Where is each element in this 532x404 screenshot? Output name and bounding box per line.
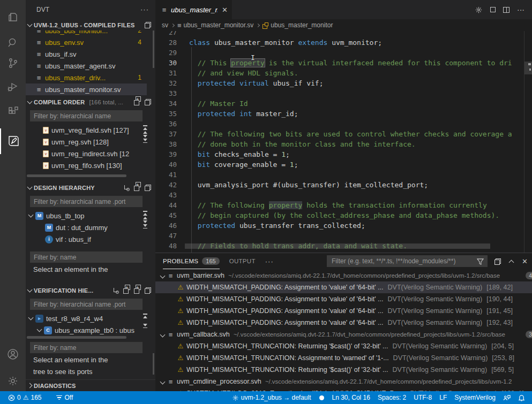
language-mode[interactable]: SystemVerilog xyxy=(451,394,499,401)
compile-order-filter-input[interactable] xyxy=(30,110,143,121)
indentation-status[interactable]: Spaces: 2 xyxy=(374,394,410,401)
breadcrumb-folder[interactable]: sv xyxy=(162,21,168,29)
collapse-all-icon[interactable] xyxy=(145,99,151,105)
problems-filter-input[interactable] xyxy=(327,255,488,267)
split-editor-icon[interactable] xyxy=(503,7,509,13)
compile-order-item[interactable]: vuvm_reg_indirect.svh [12 xyxy=(26,148,147,159)
notifications-bell-icon[interactable] xyxy=(514,394,529,401)
problem-file-row[interactable]: ≡uvm_cmdline_processor.svh~/.vscode/exte… xyxy=(155,376,532,387)
sidebar-scrollbar[interactable] xyxy=(153,353,154,375)
source-control-icon[interactable] xyxy=(0,50,26,76)
horizontal-scrollbar[interactable] xyxy=(27,174,126,177)
breadcrumb-file[interactable]: ubus_master_monitor.sv xyxy=(184,21,254,29)
file-item[interactable]: ≡ubus_env.sv4 xyxy=(26,36,147,48)
compile-order-item[interactable]: vuvm_reg_fifo.svh [130] xyxy=(26,159,147,171)
hierarchy-icon[interactable] xyxy=(113,287,119,294)
tree-scroll-buttons[interactable] xyxy=(141,211,149,228)
problem-row[interactable]: ⚠WIDTH_MISMATCH_PADDING: Assignment to '… xyxy=(155,317,532,329)
warning-icon: ⚠ xyxy=(23,394,29,401)
panel-more-icon[interactable]: ··· xyxy=(265,257,274,265)
compile-order-item[interactable]: vuvm_reg_file.svh xyxy=(26,171,147,174)
maximize-panel-icon[interactable] xyxy=(509,260,514,265)
section-compile-order[interactable]: COMPILE ORDER [166 total, ... xyxy=(26,96,155,108)
problem-row[interactable]: ⚠WIDTH_MISMATCH_TRUNCATION: Returning '$… xyxy=(155,364,532,376)
problem-row[interactable]: ⚠WIDTH_MISMATCH_PADDING: Assignment to '… xyxy=(155,293,532,305)
problem-row[interactable]: ⚠WIDTH_MISMATCH_PADDING: Assignment to '… xyxy=(155,305,532,317)
design-tree-node[interactable]: ivif : ubus_if xyxy=(26,233,147,245)
expand-all-icon[interactable] xyxy=(134,185,140,191)
tab-output[interactable]: OUTPUT xyxy=(229,253,256,269)
open-changes-icon[interactable] xyxy=(490,7,496,12)
encoding-status[interactable]: UTF-8 xyxy=(410,394,436,401)
code-editor[interactable]: 2728class ubus_master_monitor extends uv… xyxy=(155,31,532,253)
verilog-file-icon: v xyxy=(43,162,49,169)
code-line: 47 xyxy=(155,231,524,241)
problem-row[interactable]: ⚠WIDTH_MISMATCH_TRUNCATION: Assignment t… xyxy=(155,352,532,364)
file-item[interactable]: ≡ubus_bus_monitor...2 xyxy=(26,31,147,36)
design-tree-node[interactable]: Mubus_tb_top xyxy=(26,210,147,222)
file-item[interactable]: ≡ubus_master_monitor.sv xyxy=(26,83,147,95)
close-panel-icon[interactable]: ✕ xyxy=(522,257,528,265)
close-tab-icon[interactable]: ✕ xyxy=(222,6,228,14)
gear-icon[interactable] xyxy=(475,6,483,14)
breadcrumb-symbol[interactable]: ubus_master_monitor xyxy=(271,21,333,29)
settings-gear-icon[interactable] xyxy=(0,368,26,394)
tab-problems[interactable]: PROBLEMS 165 xyxy=(163,253,220,269)
verification-name-filter-input[interactable] xyxy=(30,342,143,353)
run-debug-icon[interactable] xyxy=(0,74,26,100)
depth-icon[interactable] xyxy=(123,287,130,294)
tab-ubus-master-monitor[interactable]: ≡ ubus_master_monitor.sv ✕ xyxy=(155,0,232,19)
problem-file-row[interactable]: ≡uvm_callback.svh~/.vscode/extensions/am… xyxy=(155,329,532,340)
eol-status[interactable]: LF xyxy=(436,394,451,401)
design-name-filter-input[interactable] xyxy=(30,251,143,263)
dvt-icon[interactable] xyxy=(0,128,26,154)
tab-label: ubus_master_monitor.sv xyxy=(171,6,218,14)
problems-status[interactable]: 0 ⚠ 165 xyxy=(4,394,45,401)
horizontal-scrollbar[interactable] xyxy=(27,336,126,339)
problems-tab-label: PROBLEMS xyxy=(163,258,198,264)
dvt-filter-status[interactable]: Off xyxy=(53,394,77,401)
accounts-icon[interactable] xyxy=(0,341,26,367)
interface-instance-icon: i xyxy=(45,235,53,243)
file-item[interactable]: ≡ubus_master_agent.sv xyxy=(26,60,147,72)
sidebar-scrollbar[interactable] xyxy=(153,31,154,68)
explorer-icon[interactable] xyxy=(0,4,26,30)
section-compiled-files[interactable]: UVM-1.2_UBUS - COMPILED FILES xyxy=(26,19,155,31)
more-actions-icon[interactable]: ··· xyxy=(517,5,524,14)
project-selector[interactable]: uvm-1.2_ubus → default xyxy=(228,394,315,401)
verification-tree-node[interactable]: Cubus_example_tb0 : ubus xyxy=(26,324,147,336)
sidebar-more-icon[interactable]: ··· xyxy=(140,5,149,13)
filter-funnel-icon[interactable] xyxy=(477,258,484,265)
editor-horizontal-scrollbar[interactable] xyxy=(185,243,490,249)
hierarchy-icon[interactable] xyxy=(123,185,130,191)
problem-row[interactable]: ⚠SYSTEM_VERILOG_2012: Expecting 'endif' … xyxy=(155,387,532,391)
design-hierarchy-filter-input[interactable] xyxy=(30,196,143,207)
feedback-icon[interactable] xyxy=(499,394,514,401)
collapse-all-icon[interactable] xyxy=(145,287,151,294)
expand-all-icon[interactable] xyxy=(134,287,140,294)
cursor-position[interactable]: Ln 30, Col 16 xyxy=(328,394,374,401)
problem-row[interactable]: ⚠WIDTH_MISMATCH_TRUNCATION: Returning '$… xyxy=(155,340,532,352)
compile-order-item[interactable]: vuvm_vreg_field.svh [127] xyxy=(26,124,147,136)
minimap[interactable] xyxy=(524,31,532,253)
tree-scroll-buttons[interactable] xyxy=(141,125,149,143)
open-in-editor-icon[interactable] xyxy=(494,258,501,265)
problem-file-row[interactable]: ≡uvm_barrier.svh~/.vscode/extensions/ami… xyxy=(155,270,532,281)
section-diagnostics[interactable]: DIAGNOSTICS xyxy=(26,379,155,391)
expand-all-icon[interactable] xyxy=(134,99,140,105)
file-item[interactable]: ≡ubus_master_driv...1 xyxy=(26,72,147,83)
section-design-hierarchy[interactable]: DESIGN HIERARCHY xyxy=(26,182,155,194)
extensions-icon[interactable] xyxy=(0,98,26,124)
collapse-all-icon[interactable] xyxy=(145,185,151,191)
open-view-icon[interactable] xyxy=(145,22,151,28)
problem-row[interactable]: ⚠WIDTH_MISMATCH_PADDING: Assignment to '… xyxy=(155,281,532,293)
verification-tree-node[interactable]: ▸test_r8_w8_r4_w4 xyxy=(26,312,147,324)
tree-scroll-buttons[interactable] xyxy=(141,314,149,328)
status-bar: 0 ⚠ 165 Off uvm-1.2_ubus → default Ln 30… xyxy=(0,391,532,404)
design-tree-node[interactable]: Mdut : dut_dummy xyxy=(26,222,147,233)
verification-filter-input[interactable] xyxy=(30,299,143,310)
section-verification-hierarchy[interactable]: VERIFICATION HIE... xyxy=(26,285,155,296)
module-icon: M xyxy=(35,212,43,220)
compile-order-item[interactable]: vuvm_reg.svh [128] xyxy=(26,136,147,148)
file-item[interactable]: ≡ubus_if.sv xyxy=(26,48,147,60)
